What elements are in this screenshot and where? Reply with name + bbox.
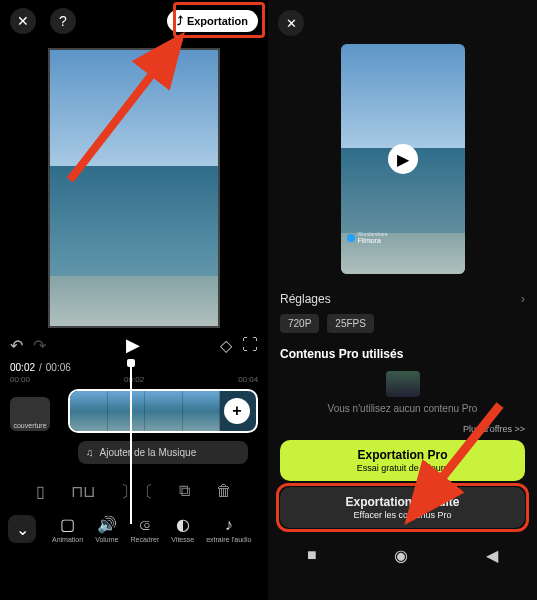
close-button[interactable]: ✕ bbox=[278, 10, 304, 36]
export-preview[interactable]: ▶ Wondershare Filmora bbox=[341, 44, 465, 274]
edit-cut-icon[interactable]: 〕〔 bbox=[121, 482, 153, 503]
resolution-chip[interactable]: 720P bbox=[280, 314, 319, 333]
close-button[interactable]: ✕ bbox=[10, 8, 36, 34]
export-pro-title: Exportation Pro bbox=[280, 448, 525, 462]
speed-icon: ◐ bbox=[176, 515, 190, 534]
play-button[interactable]: ▶ bbox=[126, 334, 140, 356]
time-current: 00:02 bbox=[10, 362, 35, 373]
export-pro-button[interactable]: Exportation Pro Essai gratuit de 3 jours bbox=[280, 440, 525, 481]
pro-content-empty: Vous n'utilisez aucun contenu Pro bbox=[280, 365, 525, 424]
export-icon: ⤴ bbox=[177, 14, 183, 28]
nav-home-icon[interactable]: ◉ bbox=[394, 546, 408, 565]
export-free-button[interactable]: Exportation gratuite Effacer les contenu… bbox=[280, 487, 525, 528]
timeline[interactable]: couverture 6.2s ⟳ personnaliser + ♫ Ajou… bbox=[0, 389, 268, 464]
tool-volume[interactable]: 🔊Volume bbox=[95, 515, 118, 543]
export-label: Exportation bbox=[187, 15, 248, 27]
timeline-ruler[interactable]: 00:00 00:02 00:04 bbox=[10, 375, 258, 385]
ruler-tick: 00:04 bbox=[238, 375, 258, 384]
filmora-logo-icon bbox=[347, 234, 355, 242]
nav-recents-icon[interactable]: ■ bbox=[307, 546, 317, 565]
settings-label: Réglages bbox=[280, 292, 331, 306]
tool-crop[interactable]: ⟃Recadrer bbox=[131, 516, 160, 543]
edit-delete-icon[interactable]: 🗑 bbox=[216, 482, 232, 503]
watermark: Wondershare Filmora bbox=[347, 231, 388, 244]
time-sep: / bbox=[39, 362, 42, 373]
help-button[interactable]: ? bbox=[50, 8, 76, 34]
export-button[interactable]: ⤴ Exportation bbox=[167, 10, 258, 32]
music-label: Ajouter de la Musique bbox=[100, 447, 197, 458]
preview-sky bbox=[341, 44, 465, 148]
play-button[interactable]: ▶ bbox=[388, 144, 418, 174]
ruler-tick: 00:00 bbox=[10, 375, 30, 384]
clip-thumb bbox=[108, 391, 146, 431]
ruler-tick: 00:02 bbox=[124, 375, 144, 384]
export-free-title: Exportation gratuite bbox=[280, 495, 525, 509]
edit-copy-icon[interactable]: ⧉ bbox=[179, 482, 190, 503]
preview-shore bbox=[50, 276, 218, 326]
playhead[interactable] bbox=[130, 363, 132, 524]
clip-thumb bbox=[70, 391, 108, 431]
music-icon: ♫ bbox=[86, 447, 94, 458]
undo-button[interactable]: ↶ bbox=[10, 336, 23, 355]
fps-chip[interactable]: 25FPS bbox=[327, 314, 374, 333]
clip-thumb bbox=[145, 391, 183, 431]
add-clip-button[interactable]: + bbox=[224, 398, 250, 424]
tools-collapse-button[interactable]: ⌄ bbox=[8, 515, 36, 543]
cover-thumbnail[interactable]: couverture bbox=[10, 397, 50, 431]
video-clip[interactable]: 6.2s ⟳ personnaliser + bbox=[68, 389, 258, 433]
volume-icon: 🔊 bbox=[97, 515, 117, 534]
animation-icon: ▢ bbox=[60, 515, 75, 534]
crop-icon: ⟃ bbox=[140, 516, 150, 534]
edit-split-icon[interactable]: ⊓⊔ bbox=[71, 482, 95, 503]
extract-audio-icon: ♪ bbox=[225, 516, 233, 534]
redo-button[interactable]: ↷ bbox=[33, 336, 46, 355]
tool-speed[interactable]: ◐Vitesse bbox=[171, 515, 194, 543]
cover-label: couverture bbox=[13, 422, 46, 429]
chevron-right-icon: › bbox=[521, 292, 525, 306]
preview-sky bbox=[50, 50, 218, 166]
export-pro-sub: Essai gratuit de 3 jours bbox=[280, 463, 525, 473]
more-offers-link[interactable]: Plus d'offres >> bbox=[268, 424, 537, 434]
box-icon bbox=[386, 371, 420, 397]
clip-thumb bbox=[183, 391, 221, 431]
tool-extract-audio[interactable]: ♪extraire l'audio bbox=[206, 516, 251, 543]
add-music-button[interactable]: ♫ Ajouter de la Musique bbox=[78, 441, 248, 464]
settings-row[interactable]: Réglages › bbox=[280, 284, 525, 314]
time-total: 00:06 bbox=[46, 362, 71, 373]
nav-back-icon[interactable]: ◀ bbox=[486, 546, 498, 565]
clip-custom-pill: ⟳ personnaliser bbox=[99, 389, 157, 390]
clip-duration-pill: 6.2s bbox=[74, 389, 95, 390]
fullscreen-button[interactable]: ⛶ bbox=[242, 336, 258, 354]
pro-section-title: Contenus Pro utilisés bbox=[280, 341, 525, 365]
keyframe-button[interactable]: ◇ bbox=[220, 336, 232, 355]
export-free-sub: Effacer les contenus Pro bbox=[280, 510, 525, 520]
video-preview[interactable] bbox=[48, 48, 220, 328]
tool-animation[interactable]: ▢Animation bbox=[52, 515, 83, 543]
edit-layers-icon[interactable]: ▯ bbox=[36, 482, 45, 503]
